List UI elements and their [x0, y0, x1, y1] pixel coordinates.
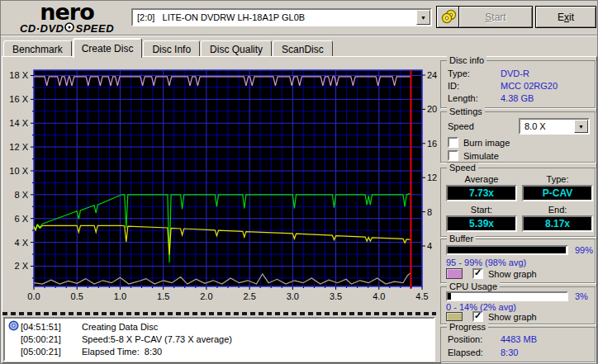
cpu-meter-fill: [448, 293, 451, 300]
position-value: 4483 MB: [501, 334, 537, 344]
nero-wordmark: nero: [7, 2, 126, 22]
buffer-meter-fill: [448, 247, 566, 253]
left-axis-label: 12 X: [9, 142, 28, 152]
disc-type-value: DVD-R: [501, 69, 529, 78]
disc-info-group: Disc info Type:DVD-R ID:MCC 02RG20 Lengt…: [440, 60, 596, 108]
start-speed-display: 5.39x: [446, 215, 517, 232]
end-speed-display: 8.17x: [522, 215, 593, 232]
log-timestamp: [05:00:21]: [21, 347, 70, 357]
left-axis-label: 2 X: [14, 261, 28, 271]
x-axis-label: 1.0: [114, 291, 126, 301]
x-axis-label: 2.0: [200, 291, 212, 301]
cpu-meter: [446, 291, 568, 301]
cpu-percent: 3%: [575, 291, 588, 301]
right-axis-label: 12: [427, 173, 437, 182]
tab-bar: Benchmark Create Disc Disc Info Disc Qua…: [3, 38, 334, 57]
simulate-label: Simulate: [463, 151, 499, 161]
right-axis-label: 16: [427, 139, 437, 149]
buffer-show-graph-label: Show graph: [488, 269, 537, 279]
exit-button[interactable]: Exit: [535, 6, 596, 28]
speed-select[interactable]: 8.0 X ▼: [519, 118, 590, 135]
speed-select-value: 8.0 X: [520, 121, 546, 131]
left-axis-label: 18 X: [9, 70, 28, 80]
group-title: Speed: [447, 163, 478, 173]
start-speed-label: Start:: [444, 205, 519, 215]
chevron-down-icon[interactable]: ▼: [574, 120, 588, 133]
drive-select-value: [2:0] LITE-ON DVDRW LH-18A1P GL0B: [133, 12, 305, 22]
right-axis-label: 4: [427, 241, 432, 251]
cpu-usage-group: CPU Usage 3% 0 - 14% (2% avg) Show graph: [440, 286, 596, 324]
start-button[interactable]: Start: [458, 6, 533, 28]
log-splitter: [2, 312, 436, 315]
tab-disc-quality[interactable]: Disc Quality: [201, 40, 272, 57]
disc-length-value: 4.38 GB: [501, 93, 534, 103]
tab-disc-info[interactable]: Disc Info: [143, 40, 200, 57]
buffer-range: 95 - 99% (98% avg): [446, 258, 526, 267]
cpu-color-swatch: [446, 312, 463, 321]
left-axis-label: 16 X: [9, 94, 28, 104]
x-axis-label: 3.5: [330, 291, 342, 301]
left-axis-label: 6 X: [14, 214, 28, 224]
average-label: Average: [444, 174, 519, 184]
burn-image-option[interactable]: Burn image: [448, 137, 510, 148]
tab-benchmark[interactable]: Benchmark: [3, 40, 72, 57]
discs-icon: [440, 8, 458, 26]
chevron-down-icon[interactable]: ▼: [416, 10, 430, 25]
right-axis-label: 24: [427, 70, 437, 80]
write-type-display: P-CAV: [522, 185, 593, 201]
settings-group: Settings Speed 8.0 X ▼ Burn image Simula…: [440, 111, 596, 163]
speed-label: Speed: [448, 121, 474, 131]
x-axis-label: 2.5: [243, 291, 255, 301]
group-title: Disc info: [447, 55, 486, 65]
x-axis-label: 1.5: [157, 291, 169, 301]
logo-cd-dvd-text: CD·DVD: [20, 23, 64, 34]
app-window: nero CD·DVD SPEED [2:0] LITE-ON DVDRW LH…: [0, 0, 598, 364]
tab-create-disc[interactable]: Create Disc: [73, 38, 143, 58]
nero-logo: nero CD·DVD SPEED: [7, 2, 126, 34]
left-axis-label: 4 X: [14, 238, 28, 248]
progress-row: Elapsed:8:30: [448, 347, 591, 357]
simulate-option[interactable]: Simulate: [448, 150, 499, 161]
speed-group: Speed Average Type: 7.73x P-CAV Start: E…: [440, 168, 596, 237]
buffer-show-graph-checkbox[interactable]: [472, 268, 483, 279]
status-log: [04:51:51] Creating Data Disc [05:00:21]…: [3, 317, 435, 362]
log-entry: [05:00:21] Elapsed Time: 8:30: [7, 345, 432, 357]
disc-info-row: ID:MCC 02RG20: [448, 81, 591, 91]
tab-scandisc[interactable]: ScanDisc: [273, 40, 333, 57]
drive-select[interactable]: [2:0] LITE-ON DVDRW LH-18A1P GL0B ▼: [131, 8, 432, 26]
average-speed-display: 7.73x: [446, 185, 517, 201]
log-entry: [05:00:21] Speed:5-8 X P-CAV (7.73 X ave…: [7, 333, 432, 345]
speed-chart: 2 X4 X6 X8 X10 X12 X14 X16 X18 X48121620…: [1, 59, 439, 308]
buffer-meter: [446, 245, 568, 255]
group-title: Progress: [447, 322, 488, 332]
burn-image-label: Burn image: [463, 138, 510, 148]
buffer-group: Buffer 99% 95 - 99% (98% avg) Show graph: [440, 239, 596, 283]
burn-image-checkbox[interactable]: [448, 137, 458, 148]
logo-speed-text: SPEED: [75, 23, 114, 34]
progress-row: Position:4483 MB: [448, 334, 591, 344]
right-axis-label: 8: [427, 207, 432, 217]
right-axis-label: 20: [427, 104, 437, 114]
end-speed-label: End:: [520, 205, 595, 215]
progress-group: Progress Position:4483 MB Elapsed:8:30: [440, 327, 596, 362]
disc-info-row: Length:4.38 GB: [448, 93, 591, 103]
x-axis-label: 0.5: [71, 291, 83, 301]
log-timestamp: [05:00:21]: [21, 334, 70, 344]
log-timestamp: [04:51:51]: [21, 322, 70, 332]
cpu-show-graph-option[interactable]: Show graph: [472, 311, 537, 322]
x-axis-label: 4.5: [415, 291, 428, 301]
left-axis-label: 10 X: [9, 166, 28, 176]
cpu-show-graph-checkbox[interactable]: [472, 311, 483, 322]
left-axis-label: 8 X: [14, 190, 28, 200]
log-message: Creating Data Disc: [82, 322, 158, 332]
x-axis-label: 3.0: [287, 291, 299, 301]
group-title: Buffer: [447, 234, 476, 243]
buffer-percent: 99%: [575, 245, 593, 255]
log-message: Speed:5-8 X P-CAV (7.73 X average): [82, 334, 232, 344]
buffer-show-graph-option[interactable]: Show graph: [472, 268, 537, 279]
left-axis-label: 14 X: [9, 118, 28, 128]
disc-icon: [64, 22, 74, 34]
x-axis-label: 4.0: [373, 291, 385, 301]
group-title: Settings: [447, 106, 485, 116]
simulate-checkbox[interactable]: [448, 150, 458, 161]
